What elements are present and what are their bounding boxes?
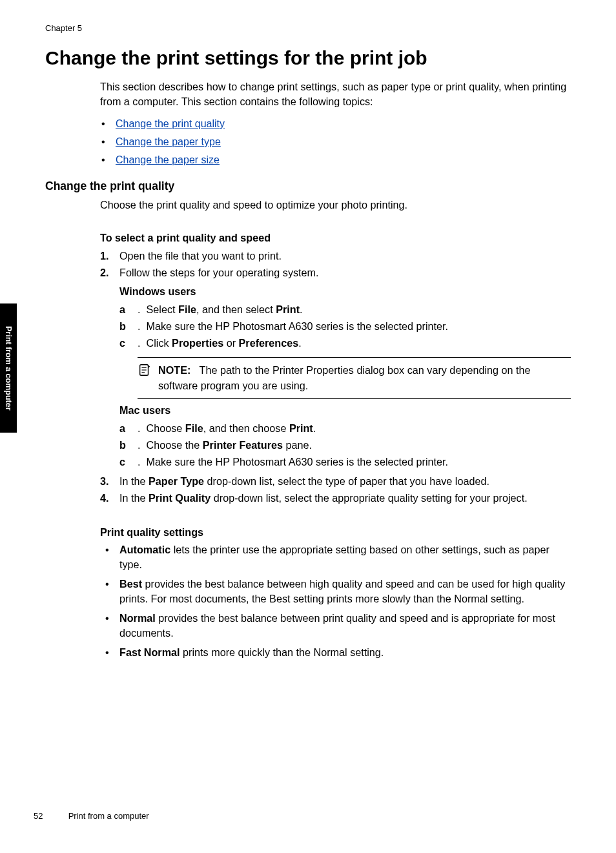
win-step-a: a. Select File, and then select Print. xyxy=(119,302,571,318)
bold: Best xyxy=(119,578,142,590)
note-text: The path to the Printer Properties dialo… xyxy=(158,364,531,391)
mac-step-b: b. Choose the Printer Features pane. xyxy=(119,437,571,454)
text: In the xyxy=(119,492,149,504)
mac-steps: a. Choose File, and then choose Print. b… xyxy=(100,420,571,471)
procedure-list: 1.Open the file that you want to print. … xyxy=(100,248,571,282)
text: Click xyxy=(147,337,172,349)
quality-best: Best provides the best balance between h… xyxy=(100,577,571,607)
intro-paragraph: This section describes how to change pri… xyxy=(100,79,571,110)
bold: Print xyxy=(289,422,313,434)
text: lets the printer use the appropriate set… xyxy=(119,544,549,570)
text: . xyxy=(298,337,302,349)
step-1: 1.Open the file that you want to print. xyxy=(100,248,571,265)
toc-item: Change the paper type xyxy=(116,133,571,151)
step-4: 4.In the Print Quality drop-down list, s… xyxy=(100,490,571,507)
text: or xyxy=(223,337,238,349)
quality-fast-normal: Fast Normal prints more quickly than the… xyxy=(100,645,571,660)
step-2: 2.Follow the steps for your operating sy… xyxy=(100,265,571,282)
bold: Printer Features xyxy=(203,439,283,451)
toc-link-paper-size[interactable]: Change the paper size xyxy=(116,154,220,165)
bold: Preferences xyxy=(239,337,299,349)
footer-text: Print from a computer xyxy=(68,811,149,821)
text: provides the best balance between high q… xyxy=(119,578,565,604)
text: prints more quickly than the Normal sett… xyxy=(180,646,384,658)
windows-steps: a. Select File, and then select Print. b… xyxy=(100,302,571,352)
step-text: Open the file that you want to print. xyxy=(119,250,282,262)
bold: Normal xyxy=(119,612,156,624)
bold: File xyxy=(178,303,196,315)
bold: Print Quality xyxy=(149,492,210,504)
mac-step-a: a. Choose File, and then choose Print. xyxy=(119,420,571,437)
text: . xyxy=(313,422,316,434)
note-label: NOTE: xyxy=(158,364,190,376)
note-icon xyxy=(138,363,152,377)
quality-automatic: Automatic lets the printer use the appro… xyxy=(100,542,571,573)
text: Choose xyxy=(147,422,185,434)
quality-settings-heading: Print quality settings xyxy=(100,526,571,539)
intro-text: Choose the print quality and speed to op… xyxy=(100,198,571,212)
side-tab: Print from a computer xyxy=(0,303,17,433)
page-number: 52 xyxy=(34,811,66,821)
windows-heading: Windows users xyxy=(119,285,571,298)
mac-heading: Mac users xyxy=(119,404,571,416)
text: In the xyxy=(119,475,149,487)
win-step-b: b. Make sure the HP Photosmart A630 seri… xyxy=(119,318,571,335)
toc-item: Change the paper size xyxy=(116,151,571,169)
mac-step-c: c. Make sure the HP Photosmart A630 seri… xyxy=(119,454,571,471)
page-title: Change the print settings for the print … xyxy=(45,47,427,69)
section-heading: Change the print quality xyxy=(45,180,174,193)
win-step-c: c. Click Properties or Preferences. xyxy=(119,335,571,352)
text: provides the best balance between print … xyxy=(119,612,555,639)
bold: Automatic xyxy=(119,544,170,555)
step-text: Follow the steps for your operating syst… xyxy=(119,267,319,278)
text: Make sure the HP Photosmart A630 series … xyxy=(147,320,449,332)
toc-list: Change the print quality Change the pape… xyxy=(100,115,571,169)
text: Make sure the HP Photosmart A630 series … xyxy=(147,456,449,468)
text: , and then select xyxy=(196,303,276,315)
toc-link-quality[interactable]: Change the print quality xyxy=(116,118,225,129)
toc-item: Change the print quality xyxy=(116,115,571,133)
procedure-heading: To select a print quality and speed xyxy=(100,232,571,244)
text: . xyxy=(300,303,303,315)
quality-normal: Normal provides the best balance between… xyxy=(100,611,571,641)
text: pane. xyxy=(283,439,312,451)
page-footer: 52 Print from a computer xyxy=(34,811,149,821)
text: drop-down list, select the appropriate q… xyxy=(210,492,527,504)
bold: Paper Type xyxy=(149,475,204,487)
note-box: NOTE: The path to the Printer Properties… xyxy=(138,357,571,399)
text: Select xyxy=(147,303,179,315)
procedure-list-cont: 3.In the Paper Type drop-down list, sele… xyxy=(100,473,571,507)
bold: Print xyxy=(276,303,300,315)
text: Choose the xyxy=(147,439,203,451)
bold: File xyxy=(185,422,203,434)
text: , and then choose xyxy=(203,422,289,434)
step-3: 3.In the Paper Type drop-down list, sele… xyxy=(100,473,571,490)
bold: Fast Normal xyxy=(119,646,180,658)
chapter-label: Chapter 5 xyxy=(45,23,82,33)
toc-link-paper-type[interactable]: Change the paper type xyxy=(116,136,221,147)
bold: Properties xyxy=(172,337,223,349)
text: drop-down list, select the type of paper… xyxy=(204,475,489,487)
quality-list: Automatic lets the printer use the appro… xyxy=(100,542,571,660)
